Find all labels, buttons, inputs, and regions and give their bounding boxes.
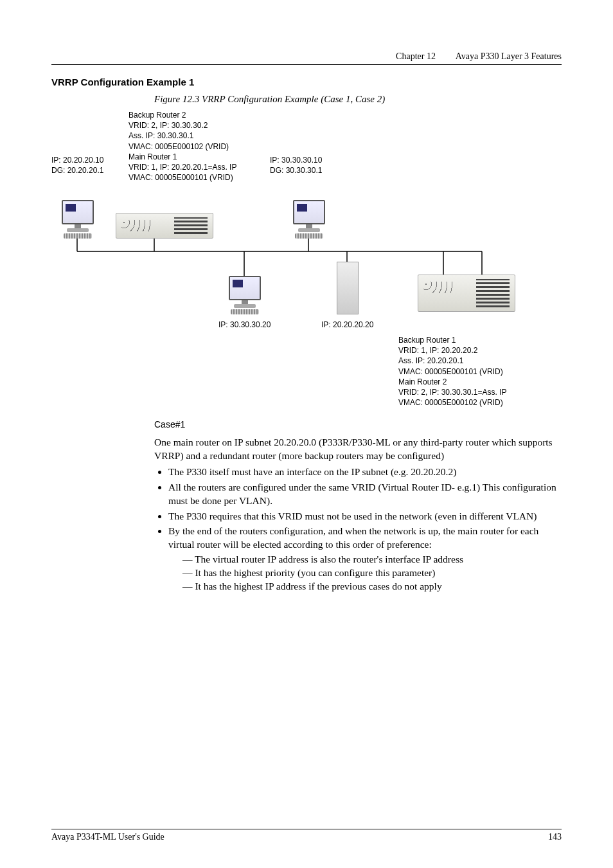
list-item: The virtual router IP address is also th…	[182, 553, 562, 566]
left-host-ip: IP: 20.20.20.10	[51, 155, 103, 165]
figure-diagram: IP: 20.20.20.10 DG: 20.20.20.1 Backup Ro…	[51, 110, 553, 419]
lrb-l5: Main Router 1	[129, 152, 236, 162]
rrb-l5: Main Router 2	[398, 377, 506, 387]
page-footer: Avaya P334T-ML User's Guide 143	[51, 829, 562, 842]
left-host-dg: DG: 20.20.20.1	[51, 165, 103, 176]
right-host-label: IP: 30.30.30.10 DG: 30.30.30.1	[270, 155, 322, 176]
bullet-list: The P330 itself must have an interface o…	[154, 466, 562, 593]
lrb-l2: VRID: 2, IP: 30.30.30.2	[129, 120, 236, 131]
computer-icon	[293, 200, 325, 236]
list-item: All the routers are configured under the…	[168, 481, 562, 508]
computer-icon	[62, 200, 94, 236]
list-item-text: By the end of the routers configuration,…	[168, 525, 538, 550]
right-host-dg: DG: 30.30.30.1	[270, 165, 322, 176]
rrb-l1: Backup Router 1	[398, 335, 506, 345]
list-item: It has the highest IP address if the pre…	[182, 580, 562, 593]
lrb-l1: Backup Router 2	[129, 110, 236, 120]
lrb-l3: Ass. IP: 30.30.30.1	[129, 131, 236, 141]
rrb-l6: VRID: 2, IP: 30.30.30.1=Ass. IP	[398, 387, 506, 397]
rrb-l4: VMAC: 00005E000101 (VRID)	[398, 366, 506, 377]
chapter-title: Avaya P330 Layer 3 Features	[456, 51, 562, 61]
right-router-block: Backup Router 1 VRID: 1, IP: 20.20.20.2 …	[398, 335, 506, 408]
intro-paragraph: One main router on IP subnet 20.20.20.0 …	[154, 436, 562, 463]
lrb-l7: VMAC: 00005E000101 (VRID)	[129, 172, 236, 183]
figure-caption: Figure 12.3 VRRP Configuration Example (…	[154, 94, 562, 105]
computer-icon	[229, 276, 261, 312]
body-text: Case#1 One main router on IP subnet 20.2…	[154, 419, 562, 593]
footer-page-number: 143	[548, 832, 562, 842]
lrb-l6: VRID: 1, IP: 20.20.20.1=Ass. IP	[129, 162, 236, 172]
rrb-l2: VRID: 1, IP: 20.20.20.2	[398, 345, 506, 356]
router-icon	[337, 262, 359, 314]
list-item: By the end of the routers configuration,…	[168, 525, 562, 593]
list-item: The P330 itself must have an interface o…	[168, 466, 562, 479]
rrb-l7: VMAC: 00005E000102 (VRID)	[398, 397, 506, 408]
case-heading: Case#1	[154, 419, 562, 431]
section-title: VRRP Configuration Example 1	[51, 77, 562, 87]
lrb-l4: VMAC: 0005E000102 (VRID)	[129, 141, 236, 152]
dash-list: The virtual router IP address is also th…	[168, 553, 562, 593]
list-item: It has the highest priority (you can con…	[182, 566, 562, 580]
switch-icon	[116, 213, 213, 239]
page-header: Chapter 12 Avaya P330 Layer 3 Features	[51, 51, 562, 65]
mid-left-ip: IP: 30.30.30.20	[218, 320, 271, 330]
rrb-l3: Ass. IP: 20.20.20.1	[398, 356, 506, 366]
switch-icon	[418, 275, 515, 312]
mid-right-ip: IP: 20.20.20.20	[321, 320, 373, 330]
right-host-ip: IP: 30.30.30.10	[270, 155, 322, 165]
chapter-label: Chapter 12	[396, 51, 436, 61]
left-router-block: Backup Router 2 VRID: 2, IP: 30.30.30.2 …	[129, 110, 236, 183]
footer-left: Avaya P334T-ML User's Guide	[51, 832, 164, 842]
list-item: The P330 requires that this VRID must no…	[168, 510, 562, 523]
left-host-label: IP: 20.20.20.10 DG: 20.20.20.1	[51, 155, 103, 176]
